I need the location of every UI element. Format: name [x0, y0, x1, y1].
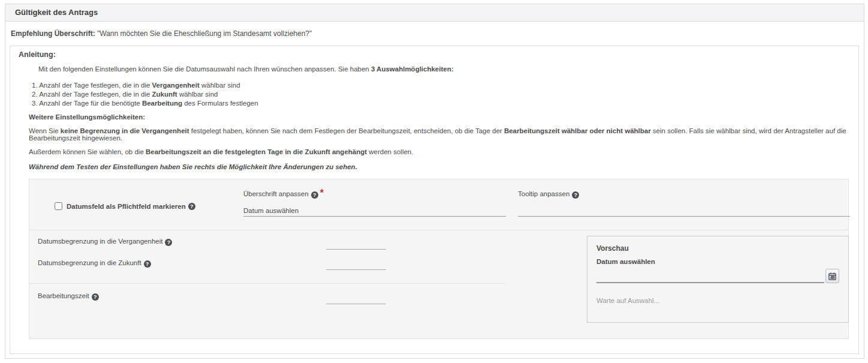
more-settings-title: Weitere Einstellungsmöglichkeiten:: [29, 113, 858, 121]
past-limit-label-row: Datumsbegrenzung in die Vergangenheit?: [38, 238, 172, 246]
instruction-intro: Mit den folgenden Einstellungen können S…: [38, 65, 858, 73]
future-limit-label-row: Datumsbegrenzung in die Zukunft?: [38, 259, 151, 268]
tooltip-field-label: Tooltip anpassen: [518, 190, 569, 197]
tooltip-field-group: Tooltip anpassen?: [518, 188, 850, 217]
testing-note: Während dem Testen der Einstellungen hab…: [29, 163, 858, 170]
step-future: 2. Anzahl der Tage festlegen, die in die…: [32, 91, 858, 98]
form-divider-1: [29, 230, 848, 230]
instruction-steps: 1. Anzahl der Tage festlegen, die in die…: [32, 82, 858, 107]
preview-date-input[interactable]: [596, 270, 824, 283]
heading-input[interactable]: [243, 206, 506, 217]
future-limit-input[interactable]: [326, 260, 386, 270]
calendar-button[interactable]: [825, 269, 839, 283]
settings-paragraph-2: Außerdem können Sie wählen, ob die Bearb…: [29, 148, 858, 155]
help-icon[interactable]: ?: [572, 191, 579, 199]
heading-field-label: Überschrift anpassen: [243, 190, 309, 197]
preview-title: Vorschau: [596, 244, 839, 253]
validity-panel: Gültigkeit des Antrags Empfehlung Übersc…: [5, 4, 864, 359]
past-limit-label: Datumsbegrenzung in die Vergangenheit: [38, 238, 162, 245]
tooltip-input[interactable]: [518, 206, 850, 217]
future-limit-label: Datumsbegrenzung in die Zukunft: [38, 259, 141, 266]
step-processing: 3. Anzahl der Tage für die benötigte Bea…: [32, 100, 858, 107]
processing-time-label: Bearbeitungszeit: [38, 292, 89, 299]
instruction-title: Anleitung:: [19, 50, 858, 59]
form-divider-2: [29, 283, 506, 284]
processing-time-input[interactable]: [326, 295, 386, 304]
preview-status-text: Warte auf Auswahl...: [596, 297, 839, 304]
preview-input-row: [596, 269, 839, 283]
preview-box: Vorschau Datum auswählen: [587, 236, 849, 323]
preview-date-label: Datum auswählen: [596, 258, 839, 265]
instruction-box: Anleitung: Mit den folgenden Einstellung…: [10, 46, 859, 354]
help-icon[interactable]: ?: [311, 191, 318, 199]
processing-time-label-row: Bearbeitungszeit?: [38, 292, 99, 301]
recommendation-line: Empfehlung Überschrift: "Wann möchten Si…: [11, 29, 864, 38]
required-checkbox-label: Datumsfeld als Pflichtfeld markieren: [67, 203, 186, 210]
required-checkbox-group: Datumsfeld als Pflichtfeld markieren ?: [55, 202, 195, 210]
required-marker: *: [320, 188, 324, 198]
help-icon[interactable]: ?: [165, 239, 172, 246]
help-icon[interactable]: ?: [144, 260, 151, 268]
calendar-icon: [828, 272, 836, 280]
step-past: 1. Anzahl der Tage festlegen, die in die…: [32, 82, 858, 89]
recommendation-text: "Wann möchten Sie die Eheschließung im S…: [95, 29, 312, 38]
recommendation-label: Empfehlung Überschrift:: [11, 29, 95, 38]
help-icon[interactable]: ?: [92, 293, 99, 301]
heading-field-group: Überschrift anpassen?*: [243, 188, 506, 217]
settings-paragraph-1: Wenn Sie keine Begrenzung in die Vergang…: [29, 127, 858, 142]
date-settings-form: Datumsfeld als Pflichtfeld markieren ? Ü…: [29, 179, 849, 339]
required-checkbox[interactable]: [55, 202, 62, 210]
help-icon[interactable]: ?: [188, 203, 195, 210]
panel-title: Gültigkeit des Antrags: [5, 4, 864, 22]
past-limit-input[interactable]: [326, 240, 386, 250]
